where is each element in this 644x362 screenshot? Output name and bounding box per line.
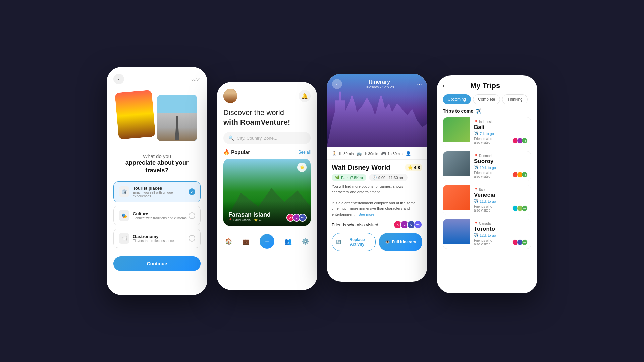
tab-complete[interactable]: Complete: [473, 94, 500, 104]
itinerary-title: Itinerary Tuesday - Sep 28: [365, 79, 394, 89]
step-total: /04: [196, 77, 201, 81]
bali-days: ✈️ 7d. to go: [474, 131, 528, 136]
replace-icon: 🔄: [336, 240, 341, 244]
see-all-link[interactable]: See all: [298, 150, 311, 155]
location-icon: 📍: [474, 154, 478, 158]
suoroy-friends-row: Friends whoalso visited +4: [474, 171, 528, 178]
discover-line2: with RoamVenture!: [223, 118, 290, 126]
gastronomy-title: Gastronomy: [133, 234, 189, 239]
my-trips-title: My Trips: [444, 81, 526, 90]
trip-suoroy[interactable]: 📍 Denmark Suoroy ✈️ 10d. to go Friends w…: [443, 151, 531, 181]
venue-header: Walt Disney World ⭐ 4.8: [332, 164, 422, 171]
user-avatar[interactable]: [223, 89, 237, 103]
italy-image: [443, 185, 470, 210]
tourist-icon: 🏛️: [119, 186, 129, 197]
bali-info: 📍 Indonesia Bali ✈️ 7d. to go Friends wh…: [474, 117, 531, 147]
replace-activity-button[interactable]: 🔄 Replace Activity: [332, 233, 376, 251]
suoroy-plus: +4: [522, 172, 528, 178]
eiffel-photo: [157, 95, 197, 141]
activity-extra: 👤: [406, 151, 411, 156]
option-gastronomy[interactable]: 🍽️ Gastronomy Flavors that reflect essen…: [113, 229, 201, 248]
bali-name: Bali: [474, 124, 528, 131]
plane-icon: ✈️: [474, 199, 479, 203]
venecia-info: 📍 Italy Venecia ✈️ 11d. to go Friends wh…: [474, 185, 531, 215]
discover-title: Discover the world with RoamVenture!: [217, 106, 317, 132]
suoroy-friend-avatars: +4: [514, 172, 528, 178]
trip-venecia[interactable]: 📍 Italy Venecia ✈️ 11d. to go Friends wh…: [443, 185, 531, 215]
featured-card[interactable]: ⭐ Farasan Island 📍 Saudi Arabia ⭐ 4.8 A …: [223, 159, 311, 226]
continue-button[interactable]: Continue: [113, 256, 201, 271]
phone-my-trips: ‹ My Trips Upcoming Complete Thinking Tr…: [437, 75, 537, 293]
nav-friends[interactable]: 👥: [284, 238, 292, 245]
eye-icon: 👁️: [385, 240, 390, 244]
friends-avatars: A B C +4: [395, 220, 422, 229]
activity-walk: 🚶 1h 30min: [332, 151, 354, 156]
popular-header: 🔥 Popular See all: [217, 149, 317, 159]
suoroy-friends-label: Friends whoalso visited: [474, 171, 492, 178]
nav-add[interactable]: +: [260, 234, 274, 249]
bali-image: [443, 117, 470, 142]
options-list: 🏛️ Tourist places Enrich yourself with u…: [107, 178, 207, 251]
trip-toronto[interactable]: 📍 Canada Toronto ✈️ 12d. to go Friends w…: [443, 219, 531, 249]
question-light: What do you: [115, 153, 199, 159]
travel-images: [107, 91, 207, 145]
option-tourist[interactable]: 🏛️ Tourist places Enrich yourself with u…: [113, 181, 201, 202]
gastronomy-icon: 🍽️: [119, 233, 129, 244]
plane-icon: ✈️: [474, 233, 479, 237]
phone-discover: 🔔 Discover the world with RoamVenture! 🔍…: [217, 82, 317, 290]
toronto-friends-row: Friends whoalso visited +4: [474, 239, 528, 246]
full-itinerary-button[interactable]: 👁️ Full Itinerary: [379, 233, 422, 251]
bali-country: 📍 Indonesia: [474, 120, 528, 124]
culture-icon: 🎭: [119, 210, 129, 221]
time-tag: 🕐 9:00 - 11:30 am: [369, 174, 408, 181]
see-more-link[interactable]: See more: [359, 212, 375, 216]
search-icon: 🔍: [228, 135, 234, 141]
bali-friends-label: Friends whoalso visited: [474, 137, 492, 144]
venecia-country: 📍 Italy: [474, 188, 528, 191]
suoroy-name: Suoroy: [474, 158, 528, 165]
nav-trips[interactable]: 💼: [242, 238, 250, 245]
location-icon: 📍: [474, 188, 478, 191]
bali-friend-avatars: +4: [514, 138, 528, 144]
trip-bali[interactable]: 📍 Indonesia Bali ✈️ 7d. to go Friends wh…: [443, 117, 531, 147]
discover-headline: Discover the world with RoamVenture!: [223, 108, 311, 127]
toronto-info: 📍 Canada Toronto ✈️ 12d. to go Friends w…: [474, 219, 531, 249]
image-back: [115, 89, 156, 139]
notification-bell[interactable]: 🔔: [299, 90, 311, 102]
venecia-friends-row: Friends whoalso visited +4: [474, 205, 528, 212]
tourist-subtitle: Enrich yourself with unique experiences.: [133, 191, 189, 198]
venue-content: Walt Disney World ⭐ 4.8 🌿 Park (7.5Km) 🕐…: [327, 160, 427, 255]
tourist-radio: ✓: [189, 188, 195, 195]
market-photo: [115, 89, 156, 139]
venue-name: Walt Disney World: [332, 164, 390, 171]
tab-upcoming[interactable]: Upcoming: [443, 94, 471, 104]
friends-label: Friends who also visited: [332, 222, 378, 227]
search-bar[interactable]: 🔍 City, Country, Zone...: [223, 132, 311, 144]
activity-strip: 🚶 1h 30min 🚌 1h 30min 🎮 1h 30min 👤: [327, 147, 427, 160]
tab-thinking[interactable]: Thinking: [502, 94, 527, 104]
nav-home[interactable]: 🏠: [225, 238, 232, 245]
venecia-days: ✈️ 11d. to go: [474, 199, 528, 203]
favorite-button[interactable]: ⭐: [297, 163, 307, 172]
toronto-country: 📍 Canada: [474, 222, 528, 225]
toronto-days: ✈️ 12d. to go: [474, 233, 528, 237]
back-button[interactable]: ‹: [332, 79, 342, 89]
tourist-title: Tourist places: [133, 186, 189, 191]
culture-radio: [189, 212, 195, 219]
back-button[interactable]: ‹: [113, 74, 124, 84]
toronto-friends-label: Friends whoalso visited: [474, 239, 492, 246]
gastronomy-radio: [189, 235, 195, 242]
plane-icon: ✈️: [474, 165, 479, 170]
more-options-button[interactable]: ···: [417, 81, 422, 88]
venue-tags: 🌿 Park (7.5Km) 🕐 9:00 - 11:30 am: [332, 174, 422, 181]
p1-header: ‹ 03/04: [107, 67, 207, 88]
location-icon: 📍: [474, 120, 478, 124]
nav-settings[interactable]: ⚙️: [302, 238, 309, 245]
option-culture[interactable]: 🎭 Culture Connect with traditions and cu…: [113, 206, 201, 225]
venue-description: You will find more options for games, sh…: [332, 184, 422, 217]
question-bold: appreciate about your travels?: [115, 159, 199, 175]
popular-title: 🔥 Popular: [223, 149, 250, 155]
bali-plus: +4: [522, 138, 528, 144]
bali-friends-row: Friends whoalso visited +4: [474, 137, 528, 144]
clock-icon: 🕐: [372, 175, 377, 180]
